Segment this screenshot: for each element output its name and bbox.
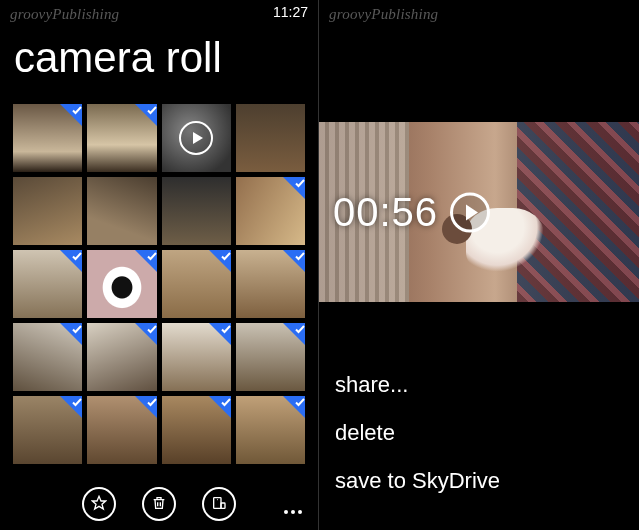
page-title: camera roll xyxy=(14,34,222,82)
screen-camera-roll: groovyPublishing 11:27 camera roll xyxy=(0,0,319,530)
delete-button[interactable] xyxy=(142,487,176,521)
photo-thumb[interactable] xyxy=(13,104,82,172)
photo-thumb[interactable] xyxy=(13,323,82,391)
photo-thumb[interactable] xyxy=(13,177,82,245)
play-icon xyxy=(179,121,213,155)
photo-grid xyxy=(13,104,305,474)
context-menu: share...deletesave to SkyDrive xyxy=(335,372,623,494)
photo-thumb[interactable] xyxy=(87,396,156,464)
video-preview[interactable]: 00:56 xyxy=(319,122,639,302)
checkmark-icon xyxy=(283,323,305,345)
checkmark-icon xyxy=(60,396,82,418)
save-button[interactable] xyxy=(202,487,236,521)
checkmark-icon xyxy=(209,396,231,418)
photo-thumb[interactable] xyxy=(87,104,156,172)
photo-thumb[interactable] xyxy=(87,323,156,391)
checkmark-icon xyxy=(135,323,157,345)
checkmark-icon xyxy=(135,396,157,418)
checkmark-icon xyxy=(283,250,305,272)
photo-thumb[interactable] xyxy=(236,104,305,172)
checkmark-icon xyxy=(135,250,157,272)
photo-thumb[interactable] xyxy=(236,323,305,391)
photo-thumb[interactable] xyxy=(162,323,231,391)
video-duration-text: 00:56 xyxy=(333,190,438,235)
appbar-more-button[interactable] xyxy=(284,510,306,514)
star-icon xyxy=(91,495,107,514)
svg-marker-0 xyxy=(92,496,105,509)
photo-thumb[interactable] xyxy=(162,396,231,464)
status-clock: 11:27 xyxy=(273,4,308,20)
photo-thumb[interactable] xyxy=(13,396,82,464)
appbar xyxy=(0,478,318,530)
checkmark-icon xyxy=(60,323,82,345)
context-menu-item[interactable]: share... xyxy=(335,372,623,398)
screen-video-item: groovyPublishing 00:56 share...deletesav… xyxy=(319,0,639,530)
photo-thumb[interactable] xyxy=(236,177,305,245)
photo-thumb[interactable] xyxy=(162,250,231,318)
context-menu-item[interactable]: delete xyxy=(335,420,623,446)
trash-icon xyxy=(151,495,167,514)
photo-thumb[interactable] xyxy=(87,177,156,245)
photo-thumb[interactable] xyxy=(87,250,156,318)
watermark-text: groovyPublishing xyxy=(10,6,119,23)
checkmark-icon xyxy=(209,250,231,272)
photo-thumb[interactable] xyxy=(162,177,231,245)
favorite-button[interactable] xyxy=(82,487,116,521)
video-duration-overlay: 00:56 xyxy=(333,190,490,235)
checkmark-icon xyxy=(283,396,305,418)
play-icon[interactable] xyxy=(450,192,490,232)
save-device-icon xyxy=(211,495,227,514)
svg-rect-2 xyxy=(221,503,225,508)
photo-thumb-image xyxy=(87,177,156,245)
photo-thumb[interactable] xyxy=(236,250,305,318)
checkmark-icon xyxy=(60,104,82,126)
checkmark-icon xyxy=(209,323,231,345)
video-preview-decor xyxy=(517,122,639,302)
checkmark-icon xyxy=(60,250,82,272)
checkmark-icon xyxy=(135,104,157,126)
context-menu-item[interactable]: save to SkyDrive xyxy=(335,468,623,494)
photo-thumb-image xyxy=(13,177,82,245)
photo-thumb[interactable] xyxy=(236,396,305,464)
watermark-text: groovyPublishing xyxy=(329,6,438,23)
photo-thumb-image xyxy=(236,104,305,172)
photo-thumb[interactable] xyxy=(162,104,231,172)
photo-thumb-image xyxy=(162,177,231,245)
checkmark-icon xyxy=(283,177,305,199)
photo-thumb[interactable] xyxy=(13,250,82,318)
